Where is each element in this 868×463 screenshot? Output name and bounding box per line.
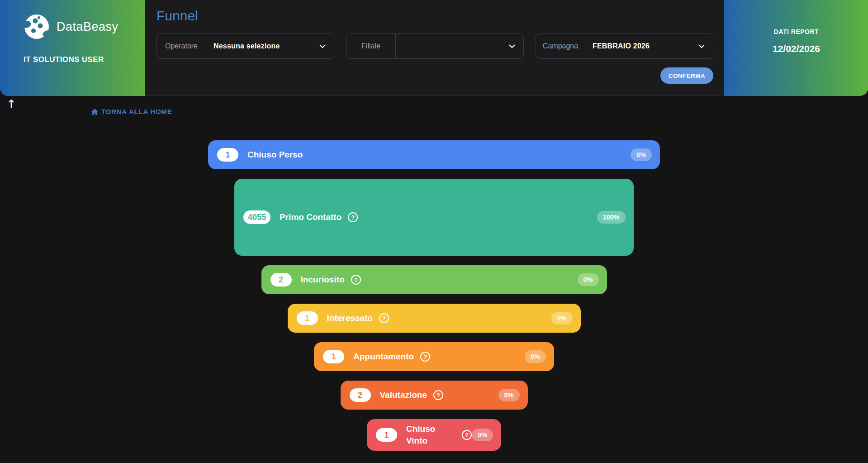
page: DataBeasy IT SOLUTIONS USER Funnel Opera… <box>0 0 868 463</box>
stage-count-badge: 1 <box>376 428 397 442</box>
page-title: Funnel <box>157 8 713 24</box>
help-icon[interactable]: ? <box>379 313 389 323</box>
chevron-down-icon <box>509 44 515 48</box>
stage-percent-badge: 0% <box>498 389 520 401</box>
scroll-top-button[interactable]: ↑ <box>4 98 19 110</box>
campagna-label: Campagna <box>536 42 585 50</box>
chevron-down-icon <box>698 44 705 48</box>
stage-label: Appuntamento <box>353 351 414 363</box>
funnel-chart: 1 Chiuso Perso 0% 4055 Primo Contatto ? … <box>0 140 868 451</box>
stage-percent-badge: 0% <box>472 429 493 441</box>
stage-label: Chiuso Vinto <box>406 423 455 446</box>
home-icon <box>91 109 98 115</box>
report-date: 12/02/2026 <box>773 43 820 54</box>
app-header: DataBeasy IT SOLUTIONS USER Funnel Opera… <box>0 0 868 96</box>
stage-count-badge: 2 <box>270 273 292 286</box>
help-icon[interactable]: ? <box>462 430 472 440</box>
stage-label: Chiuso Perso <box>247 149 303 161</box>
sidebar-user-label: IT SOLUTIONS USER <box>24 55 145 64</box>
filiale-dropdown[interactable]: Filiale <box>346 33 524 59</box>
campagna-dropdown[interactable]: Campagna FEBBRAIO 2026 <box>536 33 713 59</box>
help-icon[interactable]: ? <box>420 352 430 362</box>
stage-percent-badge: 100% <box>597 211 626 224</box>
stage-count-badge: 4055 <box>243 210 270 224</box>
filter-bar: Operatore Nessuna selezione Filiale <box>157 33 713 59</box>
funnel-stage: 1 Interessato ? 0% <box>288 304 581 333</box>
operatore-label: Operatore <box>157 42 206 50</box>
operatore-value: Nessuna selezione <box>206 42 319 50</box>
stage-count-badge: 1 <box>217 148 238 162</box>
stage-count-badge: 2 <box>350 388 371 402</box>
stage-count-badge: 1 <box>323 350 344 363</box>
stage-label: Valutazione <box>380 389 427 401</box>
funnel-stage: 4055 Primo Contatto ? 100% <box>234 179 634 256</box>
back-to-home-link[interactable]: TORNA ALLA HOME <box>91 108 172 115</box>
funnel-stage: 1 Chiuso Vinto ? 0% <box>367 419 501 451</box>
logo-row: DataBeasy <box>24 14 145 40</box>
stage-percent-badge: 0% <box>551 312 573 325</box>
stage-count-badge: 1 <box>297 311 318 325</box>
stage-label: Primo Contatto <box>280 211 342 223</box>
report-panel: DATI REPORT 12/02/2026 <box>724 0 868 96</box>
brand-logo-icon <box>24 14 50 40</box>
arrow-up-icon: ↑ <box>6 97 16 111</box>
funnel-stage: 2 Incuriosito ? 0% <box>261 265 607 294</box>
funnel-stage: 1 Appuntamento ? 0% <box>314 342 554 371</box>
conferma-button[interactable]: CONFERMA <box>660 67 713 84</box>
help-icon[interactable]: ? <box>348 212 358 222</box>
stage-percent-badge: 0% <box>525 350 546 363</box>
header-main: Funnel Operatore Nessuna selezione Filia… <box>145 0 724 96</box>
stage-percent-badge: 0% <box>631 148 652 161</box>
report-label: DATI REPORT <box>774 28 819 35</box>
divider <box>395 34 396 59</box>
help-icon[interactable]: ? <box>433 390 443 400</box>
stage-label: Incuriosito <box>301 274 345 286</box>
back-to-home-label: TORNA ALLA HOME <box>101 108 172 115</box>
help-icon[interactable]: ? <box>351 275 361 285</box>
funnel-stage: 2 Valutazione ? 0% <box>341 381 528 410</box>
brand-name: DataBeasy <box>57 20 119 34</box>
funnel-stage: 1 Chiuso Perso 0% <box>208 140 660 169</box>
operatore-dropdown[interactable]: Operatore Nessuna selezione <box>157 33 334 59</box>
campagna-value: FEBBRAIO 2026 <box>585 42 698 50</box>
brand-sidebar: DataBeasy IT SOLUTIONS USER <box>0 0 145 96</box>
chevron-down-icon <box>319 44 326 48</box>
stage-percent-badge: 0% <box>578 273 599 286</box>
stage-label: Interessato <box>327 312 373 324</box>
filiale-label: Filiale <box>346 42 395 50</box>
